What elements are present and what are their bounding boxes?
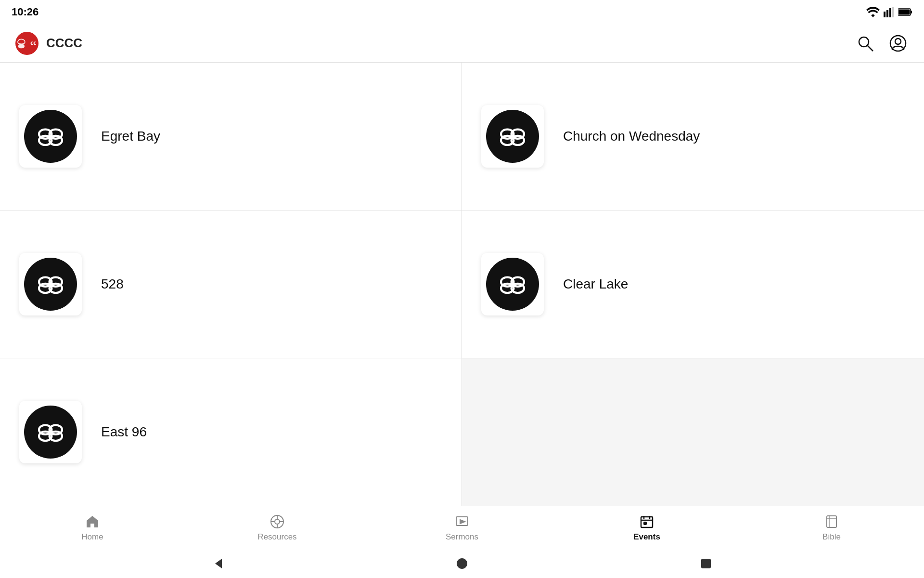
svg-rect-5 — [911, 11, 912, 13]
svg-rect-1 — [886, 10, 888, 17]
cccc-logo-egret-bay — [33, 122, 68, 150]
cccc-logo-528 — [33, 270, 68, 298]
svg-point-8 — [859, 37, 869, 47]
church-logo-528 — [24, 258, 77, 311]
church-logo-card-east-96 — [19, 401, 82, 463]
wifi-icon — [866, 7, 880, 17]
church-logo-card-egret-bay — [19, 105, 82, 168]
status-time: 10:26 — [12, 6, 38, 18]
church-name-clear-lake: Clear Lake — [563, 276, 628, 292]
cccc-logo-clear-lake — [495, 270, 530, 298]
resources-icon — [270, 514, 285, 529]
svg-rect-3 — [892, 7, 894, 17]
church-logo-egret-bay — [24, 110, 77, 163]
church-item-egret-bay[interactable]: Egret Bay — [0, 63, 462, 210]
nav-item-sermons[interactable]: Sermons — [370, 509, 554, 547]
svg-point-49 — [457, 558, 467, 569]
bottom-nav: Home Resources Sermons — [0, 506, 924, 549]
church-item-church-on-wednesday[interactable]: Church on Wednesday — [462, 63, 924, 210]
svg-text:𝕔𝕔: 𝕔𝕔 — [30, 40, 36, 46]
svg-marker-48 — [215, 559, 222, 568]
account-icon — [889, 35, 907, 52]
church-logo-church-on-wednesday — [486, 110, 539, 163]
cccc-logo-church-on-wednesday — [495, 122, 530, 150]
header-right — [855, 33, 909, 54]
nav-item-bible[interactable]: Bible — [739, 509, 924, 547]
cccc-logo-icon — [15, 37, 27, 50]
search-button[interactable] — [855, 33, 876, 54]
nav-item-home[interactable]: Home — [0, 509, 185, 547]
recents-button[interactable] — [697, 555, 715, 572]
church-logo-card-clear-lake — [481, 253, 544, 315]
church-logo-clear-lake — [486, 258, 539, 311]
svg-rect-44 — [644, 522, 646, 525]
svg-rect-40 — [641, 517, 653, 527]
search-icon — [857, 35, 874, 52]
svg-marker-39 — [460, 520, 465, 524]
cccc-logo-east-96 — [33, 418, 68, 446]
svg-rect-45 — [827, 516, 836, 527]
app-logo: 𝕔𝕔 — [15, 32, 38, 55]
svg-point-33 — [275, 519, 280, 524]
header-left: 𝕔𝕔 CCCC — [15, 32, 82, 55]
app-title: CCCC — [46, 36, 82, 51]
bible-icon — [824, 514, 839, 529]
app-header: 𝕔𝕔 CCCC — [0, 24, 924, 63]
events-icon — [639, 514, 654, 529]
profile-button[interactable] — [887, 33, 909, 54]
back-button[interactable] — [209, 555, 227, 572]
main-content: Egret Bay Church on Wednesday — [0, 63, 924, 506]
church-name-east-96: East 96 — [101, 424, 147, 440]
svg-rect-2 — [889, 8, 891, 17]
battery-icon — [898, 8, 912, 16]
home-button[interactable] — [453, 555, 471, 572]
svg-rect-0 — [884, 12, 886, 17]
nav-label-sermons: Sermons — [446, 532, 478, 542]
grid-cell-empty — [462, 358, 924, 506]
church-logo-card-church-on-wednesday — [481, 105, 544, 168]
status-bar: 10:26 — [0, 0, 924, 24]
nav-label-events: Events — [633, 532, 660, 542]
svg-rect-50 — [701, 559, 711, 568]
nav-label-bible: Bible — [822, 532, 841, 542]
svg-rect-6 — [899, 10, 910, 15]
home-icon — [85, 514, 100, 529]
church-name-egret-bay: Egret Bay — [101, 129, 160, 144]
church-grid: Egret Bay Church on Wednesday — [0, 63, 924, 506]
church-item-528[interactable]: 528 — [0, 210, 462, 358]
cccc-header-logo: 𝕔𝕔 — [27, 38, 38, 49]
nav-item-resources[interactable]: Resources — [185, 509, 370, 547]
church-logo-east-96 — [24, 406, 77, 459]
church-name-528: 528 — [101, 276, 124, 292]
system-bar — [0, 549, 924, 578]
sermons-icon — [454, 514, 470, 529]
church-item-clear-lake[interactable]: Clear Lake — [462, 210, 924, 358]
church-item-east-96[interactable]: East 96 — [0, 358, 462, 506]
nav-label-home: Home — [81, 532, 103, 542]
church-logo-card-528 — [19, 253, 82, 315]
svg-point-11 — [895, 39, 901, 44]
nav-item-events[interactable]: Events — [554, 509, 739, 547]
nav-label-resources: Resources — [257, 532, 296, 542]
svg-line-9 — [868, 46, 873, 51]
signal-icon — [884, 7, 894, 17]
church-name-church-on-wednesday: Church on Wednesday — [563, 129, 700, 144]
status-icons — [866, 7, 912, 17]
